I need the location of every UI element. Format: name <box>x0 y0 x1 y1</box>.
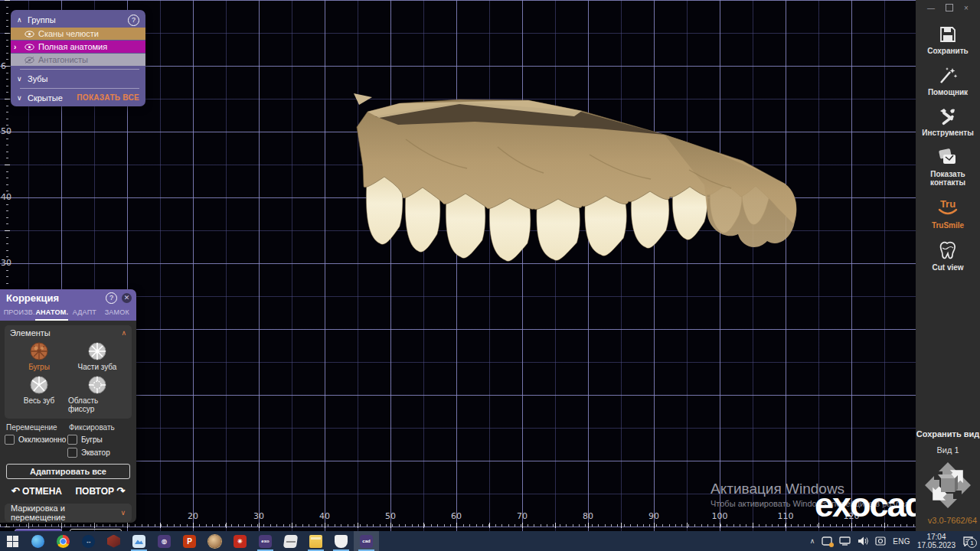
language-indicator[interactable]: ENG <box>893 537 910 546</box>
taskbar-photos[interactable] <box>126 531 152 551</box>
axis-x-label: 110 <box>770 511 801 521</box>
expand-arrow-icon[interactable]: › <box>14 43 23 51</box>
show-all-button[interactable]: ПОКАЗАТЬ ВСЕ <box>77 93 139 102</box>
group-row-full-anatomy[interactable]: › Полная анатомия <box>11 41 145 53</box>
eye-off-icon[interactable] <box>24 57 34 64</box>
close-button[interactable]: × <box>964 4 969 12</box>
chevron-down-icon: ∨ <box>120 509 126 517</box>
bottom-ruler-major-ticks <box>0 523 916 528</box>
contacts-icon <box>936 148 959 168</box>
taskbar-start-button[interactable] <box>0 531 25 551</box>
eye-icon[interactable] <box>24 31 34 37</box>
planet-app-icon <box>208 535 221 548</box>
elements-section-title: Элементы <box>10 328 51 337</box>
view-name[interactable]: Вид 1 <box>916 445 980 455</box>
group-section-hidden[interactable]: ∨ Скрытые ПОКАЗАТЬ ВСЕ <box>11 91 145 104</box>
tab-lock[interactable]: ЗАМОК <box>101 306 133 321</box>
cut-view-button[interactable]: Cut view <box>917 240 978 272</box>
taskbar-red-app[interactable]: ✳ <box>227 531 253 551</box>
restore-button[interactable] <box>946 4 953 11</box>
save-button[interactable]: Сохранить <box>917 24 978 56</box>
axis-x-label: 40 <box>309 511 340 521</box>
trusmile-button[interactable]: Tru TruSmile <box>917 197 978 230</box>
movement-column-label: Перемещение <box>5 423 69 432</box>
view-navigation-widget[interactable] <box>919 456 977 514</box>
taskbar-3d-viewer[interactable] <box>101 531 126 551</box>
taskbar-exocad-exo[interactable]: exo <box>253 531 278 551</box>
chrome-icon <box>57 535 70 548</box>
status-dot <box>829 543 834 547</box>
nav-cube[interactable] <box>941 478 955 492</box>
checkbox-occlusal[interactable]: Окклюзионно <box>5 435 67 445</box>
checkbox[interactable] <box>67 435 77 445</box>
chevron-down-icon[interactable]: ∨ <box>17 75 28 83</box>
collapse-icon[interactable]: ∧ <box>17 16 28 24</box>
tab-anatomic[interactable]: АНАТОМ. <box>35 306 68 321</box>
tooth-parts-icon <box>87 341 107 361</box>
windows-logo-icon <box>7 536 18 547</box>
correction-panel-header[interactable]: Коррекция ? ✕ <box>0 289 136 306</box>
section-label: Скрытые <box>28 93 63 103</box>
chevron-down-icon[interactable]: ∨ <box>17 94 28 102</box>
taskbar-planet-app[interactable] <box>202 531 227 551</box>
checkbox[interactable] <box>5 435 15 445</box>
redo-arrow-icon: ↷ <box>116 485 125 497</box>
undo-button[interactable]: ↶ ОТМЕНА <box>11 485 62 497</box>
element-whole-tooth[interactable]: Весь зуб <box>10 375 68 413</box>
fix-column-label: Фиксировать <box>69 423 115 432</box>
taskbar-file-explorer[interactable] <box>303 531 328 551</box>
taskbar-powerpoint[interactable]: P <box>177 531 202 551</box>
element-tooth-parts[interactable]: Части зуба <box>68 341 126 371</box>
checkbox[interactable] <box>67 448 77 458</box>
checkbox-cusps[interactable]: Бугры <box>67 435 103 445</box>
close-icon[interactable]: ✕ <box>122 293 132 303</box>
element-fissure-area[interactable]: Область фиссур <box>68 375 126 413</box>
tab-free[interactable]: ПРОИЗВ. <box>3 306 35 321</box>
chevron-up-icon[interactable]: ∧ <box>121 329 126 337</box>
network-display-icon[interactable] <box>839 536 851 546</box>
show-contacts-button[interactable]: Показать контакты <box>917 148 978 187</box>
taskbar-edge[interactable] <box>25 531 51 551</box>
speaker-icon[interactable] <box>858 536 868 546</box>
taskbar-notebook[interactable] <box>278 531 303 551</box>
tray-app-icon[interactable] <box>822 536 832 546</box>
display-circle-icon[interactable] <box>875 536 886 546</box>
exo-icon: exo <box>259 535 272 548</box>
group-row-jaw-scans[interactable]: Сканы челюсти <box>11 28 145 40</box>
windows-taskbar: ↔ ◎ P ✳ exo <box>0 531 980 551</box>
divider <box>20 88 139 89</box>
assistant-button[interactable]: Помощник <box>917 66 978 97</box>
axis-x-label: 90 <box>639 511 669 521</box>
help-icon[interactable]: ? <box>128 15 139 26</box>
adapt-all-button[interactable]: Адаптировать все <box>6 464 130 479</box>
magic-wand-icon <box>937 66 959 86</box>
taskbar-community-app[interactable]: ◎ <box>152 531 177 551</box>
groups-panel-header[interactable]: ∧ Группы ? <box>11 12 145 28</box>
tab-adapt[interactable]: АДАПТ <box>68 306 100 321</box>
checkbox-equator[interactable]: Экватор <box>67 448 110 458</box>
axis-x-label: 80 <box>573 511 603 521</box>
taskbar-teamviewer[interactable]: ↔ <box>76 531 101 551</box>
save-view-label[interactable]: Сохранить вид <box>916 429 980 439</box>
action-center-button[interactable]: 1 <box>962 536 974 546</box>
marking-section[interactable]: Маркировка и перемещение ∨ <box>5 504 132 522</box>
taskbar-exocad-cad[interactable]: cad <box>354 531 379 551</box>
element-cusps[interactable]: Бугры <box>10 341 68 371</box>
group-section-teeth[interactable]: ∨ Зубы <box>11 72 145 85</box>
fissure-area-icon <box>87 375 107 395</box>
exocad-window: 6 50 40 30 20 30 40 50 60 70 80 90 100 1… <box>0 0 980 551</box>
3d-viewer-icon <box>107 535 120 548</box>
save-icon <box>938 24 958 44</box>
group-row-antagonists[interactable]: Антагонисты <box>11 54 145 66</box>
taskbar-clock[interactable]: 17:04 17.05.2023 <box>917 533 956 550</box>
hidden-icons-chevron[interactable]: ∧ <box>810 537 815 545</box>
eye-icon[interactable] <box>24 44 34 51</box>
jaw-model[interactable] <box>345 93 804 271</box>
redo-button[interactable]: ПОВТОР ↷ <box>75 485 125 497</box>
taskbar-basket-app[interactable] <box>328 531 354 551</box>
taskbar-chrome[interactable] <box>51 531 76 551</box>
help-icon[interactable]: ? <box>106 292 117 304</box>
minimize-button[interactable]: — <box>927 4 935 12</box>
tools-button[interactable]: Инструменты <box>917 106 978 138</box>
trusmile-icon: Tru <box>935 197 961 219</box>
